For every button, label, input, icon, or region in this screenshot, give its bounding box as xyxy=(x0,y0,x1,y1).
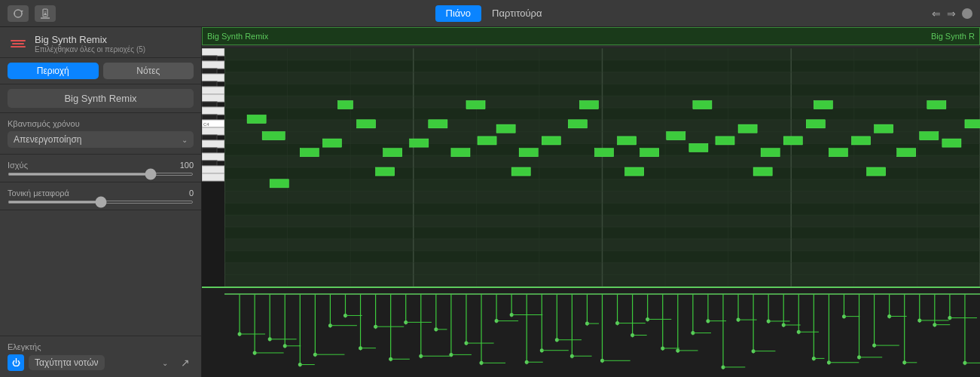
velocity-slider-row: Ισχύς 100 xyxy=(8,161,194,176)
track-icon xyxy=(8,33,29,54)
top-bar: Πιάνο Παρτιτούρα ⇐ ⇒ xyxy=(0,0,980,27)
piano-canvas xyxy=(202,48,224,287)
sidebar-track-title: Big Synth Remix xyxy=(35,34,145,45)
controller-select[interactable]: Ταχύτητα νοτών xyxy=(29,355,105,370)
quantize-select[interactable]: Απενεργοποίηση xyxy=(8,131,194,148)
region-name-button[interactable]: Big Synth Remix xyxy=(8,89,194,108)
track-icon-line3 xyxy=(11,46,26,48)
score-tab[interactable]: Παρτιτούρα xyxy=(481,5,552,22)
cycle-btn[interactable] xyxy=(8,5,29,22)
sidebar-region-name-section: Big Synth Remix xyxy=(0,84,201,113)
metronome-btn[interactable] xyxy=(35,5,56,22)
transpose-section: Τονική μεταφορά 0 xyxy=(0,182,201,210)
sidebar-header: Big Synth Remix Επιλέχθηκαν όλες οι περι… xyxy=(0,27,201,58)
controller-select-arrow: ⌄ xyxy=(162,359,168,367)
tab-region[interactable]: Περιοχή xyxy=(8,63,99,79)
track-icon-line2 xyxy=(12,43,24,44)
sidebar-title-group: Big Synth Remix Επιλέχθηκαν όλες οι περι… xyxy=(35,34,145,54)
velocity-canvas xyxy=(224,288,980,377)
main-area: Big Synth Remix Επιλέχθηκαν όλες οι περι… xyxy=(0,27,980,377)
sidebar: Big Synth Remix Επιλέχθηκαν όλες οι περι… xyxy=(0,27,202,377)
quantize-section: Κβαντισμός χρόνου Απενεργοποίηση ⌄ xyxy=(0,113,201,155)
controller-power-btn[interactable]: ⏻ xyxy=(8,354,24,371)
region-header-label-right: Big Synth R xyxy=(931,32,975,41)
transpose-slider-row: Τονική μεταφορά 0 xyxy=(8,188,194,204)
sidebar-tabs: Περιοχή Νότες xyxy=(0,58,201,84)
arrow-right-icon: ⇒ xyxy=(947,8,956,20)
region-header-label: Big Synth Remix xyxy=(207,32,268,41)
arrow-left-icon: ⇐ xyxy=(932,8,941,20)
velocity-slider[interactable] xyxy=(8,173,194,176)
velocity-area xyxy=(202,287,980,377)
top-bar-center: Πιάνο Παρτιτούρα xyxy=(435,5,553,22)
controller-select-wrapper: Ταχύτητα νοτών ⌄ xyxy=(29,355,172,370)
piano-keys xyxy=(202,48,224,287)
timeline-bar: Big Synth Remix Big Synth R xyxy=(202,27,980,48)
grid-area[interactable] xyxy=(224,48,980,287)
quantize-label: Κβαντισμός χρόνου xyxy=(8,119,194,128)
grid-canvas xyxy=(224,48,980,287)
tab-notes[interactable]: Νότες xyxy=(103,63,194,79)
controller-label: Ελεγκτής xyxy=(8,342,194,351)
velocity-section: Ισχύς 100 xyxy=(0,155,201,182)
top-bar-right: ⇐ ⇒ xyxy=(932,8,972,20)
share-btn[interactable]: ↗ xyxy=(177,354,194,371)
controller-row: ⏻ Ταχύτητα νοτών ⌄ ↗ xyxy=(8,354,194,371)
quantize-select-wrapper: Απενεργοποίηση ⌄ xyxy=(8,131,194,148)
piano-and-grid xyxy=(202,48,980,287)
top-bar-left xyxy=(8,5,56,22)
transpose-slider[interactable] xyxy=(8,201,194,204)
track-icon-line1 xyxy=(11,40,26,41)
status-indicator xyxy=(962,8,972,19)
sidebar-track-subtitle: Επιλέχθηκαν όλες οι περιοχές (5) xyxy=(35,45,145,54)
piano-tab[interactable]: Πιάνο xyxy=(435,5,482,22)
region-header: Big Synth Remix Big Synth R xyxy=(202,27,980,45)
piano-roll: Big Synth Remix Big Synth R xyxy=(202,27,980,377)
sidebar-bottom: Ελεγκτής ⏻ Ταχύτητα νοτών ⌄ ↗ xyxy=(0,336,201,377)
